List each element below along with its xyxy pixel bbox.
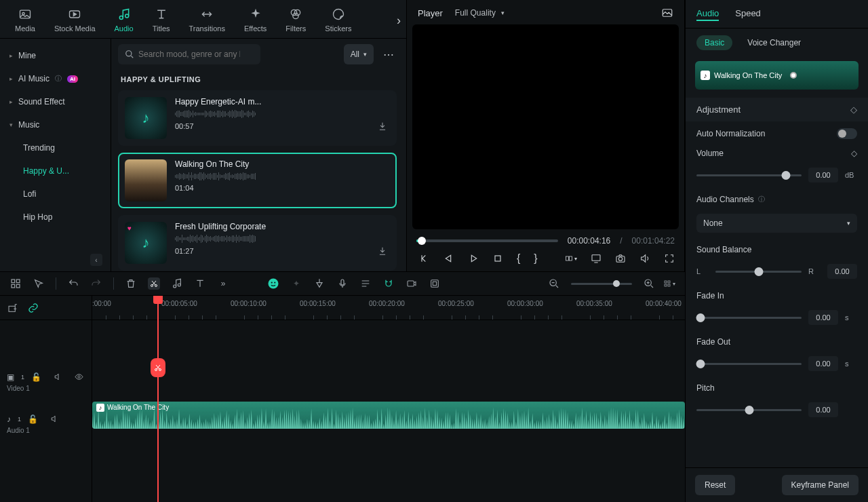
tab-stickers[interactable]: Stickers	[318, 7, 358, 33]
quality-dropdown[interactable]: Full Quality▾	[455, 8, 505, 18]
lock-icon[interactable]: 🔓	[31, 372, 41, 382]
download-icon[interactable]	[378, 121, 387, 131]
playhead[interactable]	[157, 296, 159, 502]
track-item[interactable]: Walking On The City01:04	[118, 153, 397, 208]
compare-button[interactable]: ▾	[565, 252, 577, 265]
auto-normalization-toggle[interactable]	[837, 128, 857, 139]
sidenav-ai[interactable]: ▸AI Music ⓘ AI	[0, 67, 111, 90]
tab-audio[interactable]: Audio	[108, 7, 140, 33]
track-item[interactable]: ♪Happy Energetic-AI m...00:57	[118, 90, 397, 146]
fade-out-value[interactable]	[808, 356, 838, 371]
fade-in-value[interactable]	[808, 310, 838, 325]
mark-out-button[interactable]: }	[534, 252, 537, 265]
keyframe-diamond-icon[interactable]: ◇	[850, 104, 857, 115]
track-thumbnail[interactable]: ♪	[125, 97, 167, 139]
subtab-voice-changer[interactable]: Voice Changer	[747, 38, 801, 47]
volume-keyframe-icon[interactable]: ◇	[851, 149, 857, 158]
camera-button[interactable]	[615, 252, 626, 265]
sidenav-sub-lofi[interactable]: Lofi	[0, 182, 111, 206]
crop-button[interactable]	[429, 277, 441, 290]
delete-button[interactable]	[125, 277, 137, 290]
prev-frame-button[interactable]	[419, 252, 430, 265]
sidenav-sub-trending[interactable]: Trending	[0, 136, 111, 159]
fade-in-slider[interactable]	[696, 317, 802, 319]
ai-button[interactable]	[267, 277, 279, 290]
magnet-button[interactable]	[382, 277, 395, 290]
sidenav-sub-happy[interactable]: Happy & U...	[0, 159, 111, 182]
playhead-cut-icon[interactable]	[151, 358, 165, 377]
zoom-in-button[interactable]	[643, 277, 655, 290]
track-item[interactable]: ♥♪Fresh Uplifting Corporate01:27	[118, 215, 397, 271]
list-button[interactable]	[359, 277, 372, 290]
mark-in-button[interactable]: {	[517, 252, 520, 265]
info-icon[interactable]: ⓘ	[55, 74, 62, 83]
sparkle-button[interactable]: ✦	[290, 277, 302, 290]
text-button[interactable]	[194, 277, 206, 290]
search-input[interactable]	[118, 44, 260, 64]
music-button[interactable]	[171, 277, 183, 290]
mute-icon[interactable]	[50, 414, 59, 423]
volume-value[interactable]	[808, 168, 838, 182]
pitch-slider[interactable]	[696, 409, 802, 411]
top-tabs-more[interactable]: ›	[397, 14, 401, 28]
add-track-button[interactable]	[7, 302, 19, 314]
sidenav-sfx[interactable]: ▸Sound Effect	[0, 90, 111, 113]
tab-filters[interactable]: Filters	[279, 7, 313, 33]
clip-waveform-preview[interactable]: ♪ Walking On The City	[695, 61, 859, 90]
seek-bar[interactable]	[416, 239, 558, 242]
fade-out-slider[interactable]	[696, 363, 802, 365]
subtab-basic[interactable]: Basic	[696, 35, 732, 50]
balance-value[interactable]	[827, 264, 857, 279]
tab-audio[interactable]: Audio	[696, 7, 719, 21]
sidenav-sub-hiphop[interactable]: Hip Hop	[0, 206, 111, 229]
mic-button[interactable]	[336, 277, 349, 290]
more-options-button[interactable]: ⋯	[379, 48, 399, 61]
reset-button[interactable]: Reset	[695, 475, 735, 495]
display-button[interactable]	[591, 252, 601, 265]
mute-icon[interactable]	[54, 372, 62, 381]
clip-marker[interactable]	[790, 72, 797, 79]
zoom-slider[interactable]	[571, 283, 632, 285]
record-button[interactable]	[406, 277, 418, 290]
audio-clip[interactable]: ♪ Walking On The City	[92, 402, 685, 429]
video-preview[interactable]	[412, 24, 679, 229]
fullscreen-button[interactable]	[664, 252, 675, 265]
snapshot-button[interactable]	[661, 7, 673, 19]
volume-slider[interactable]	[696, 174, 802, 176]
track-thumbnail[interactable]	[125, 159, 167, 201]
audio-channels-select[interactable]: None▾	[696, 214, 857, 233]
tab-transitions[interactable]: Transitions	[182, 7, 232, 33]
timeline-canvas[interactable]: :00:0000:00:05:0000:00:10:0000:00:15:000…	[92, 296, 685, 502]
sidenav-music[interactable]: ▾Music	[0, 113, 111, 136]
sidenav-mine[interactable]: ▸Mine	[0, 44, 111, 67]
undo-button[interactable]	[67, 277, 79, 290]
tab-titles[interactable]: Titles	[146, 7, 177, 33]
eye-icon[interactable]	[75, 372, 83, 381]
keyframe-panel-button[interactable]: Keyframe Panel	[782, 475, 859, 495]
redo-button[interactable]	[90, 277, 102, 290]
tab-media[interactable]: Media	[8, 7, 42, 33]
split-button[interactable]	[148, 277, 160, 290]
more-tools-button[interactable]: »	[217, 277, 229, 290]
sidenav-collapse[interactable]: ‹	[90, 254, 102, 266]
audio-track-header[interactable]: ♪1🔓 Audio 1	[0, 403, 92, 445]
tab-effects[interactable]: Effects	[237, 7, 273, 33]
marker-button[interactable]	[313, 277, 326, 290]
play-backward-button[interactable]	[443, 252, 454, 265]
stop-button[interactable]	[492, 252, 503, 265]
zoom-out-button[interactable]	[548, 277, 560, 290]
timeline-ruler[interactable]: :00:0000:00:05:0000:00:10:0000:00:15:000…	[92, 296, 685, 320]
play-button[interactable]	[468, 252, 479, 265]
pitch-value[interactable]	[808, 402, 838, 417]
volume-button[interactable]	[639, 252, 650, 265]
track-thumbnail[interactable]: ♥♪	[125, 222, 167, 264]
layout-button[interactable]	[9, 277, 22, 290]
filter-all-dropdown[interactable]: All▾	[344, 44, 374, 64]
info-icon[interactable]: ⓘ	[758, 195, 765, 204]
balance-slider[interactable]	[715, 271, 802, 273]
tab-stock[interactable]: Stock Media	[47, 7, 102, 33]
lock-icon[interactable]: 🔓	[28, 414, 38, 424]
adjustment-header[interactable]: Adjustment ◇	[686, 98, 868, 121]
download-icon[interactable]	[378, 246, 387, 256]
cursor-button[interactable]	[33, 277, 45, 290]
